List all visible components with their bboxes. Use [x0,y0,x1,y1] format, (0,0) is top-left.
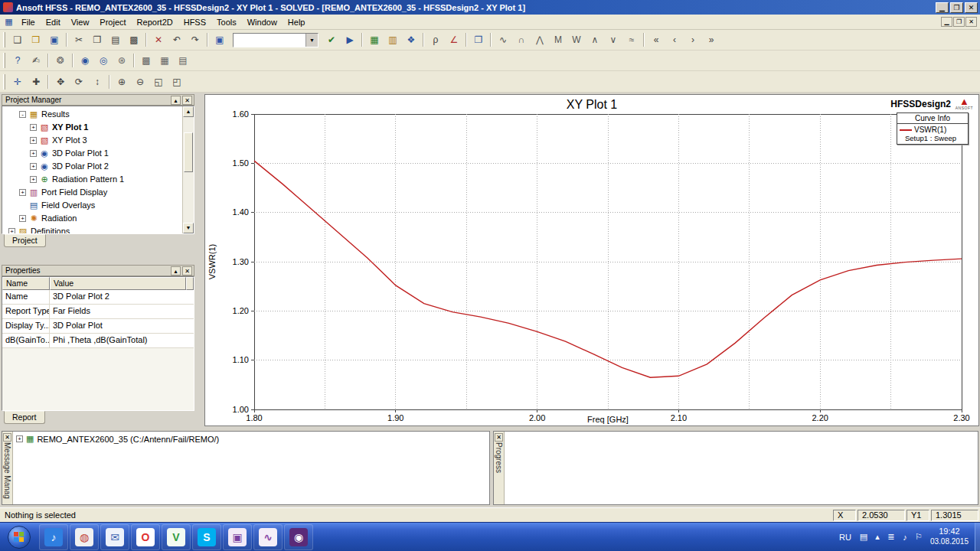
message-tree-item[interactable]: + ▦ REMO_ANTEX2600_35 (C:/Antenn/Fail/RE… [13,432,489,446]
chevron-down-icon[interactable]: ▼ [305,34,318,47]
tree-item-definitions[interactable]: +▨Definitions [2,225,194,234]
menu-item-edit[interactable]: Edit [41,15,66,30]
wave-down-icon[interactable]: ∨ [605,32,622,47]
zoom-out-icon[interactable]: ⊖ [132,74,149,90]
expand-icon[interactable]: + [30,150,37,157]
select-object-icon[interactable]: ▣ [211,32,228,47]
zoom-in-icon[interactable]: ⊕ [113,74,130,90]
property-value[interactable]: 3D Polar Plot [50,319,194,333]
fit-all-icon[interactable]: ◱ [150,74,167,90]
delete-icon[interactable]: ✕ [150,32,167,47]
column-header-name[interactable]: Name [2,277,50,290]
wave-arc-icon[interactable]: ∩ [513,32,530,47]
coordinate-axes-icon[interactable]: ✛ [9,74,26,90]
next-frame-icon[interactable]: › [684,32,701,47]
property-row[interactable]: Name3D Polar Plot 2 [2,290,194,305]
tree-item-results[interactable]: -▦Results [2,108,194,121]
print-icon[interactable]: ▩ [126,32,142,47]
action-center-flag-icon[interactable]: ⚐ [913,532,924,542]
new-icon[interactable]: ❑ [9,32,26,47]
validate-icon[interactable]: ✔ [323,32,340,47]
ansoft-designer-icon[interactable]: ◉ [284,524,313,550]
sine-sweep-icon[interactable]: ∿ [495,32,511,47]
close-button[interactable]: ✕ [965,2,978,13]
expand-icon[interactable]: + [16,435,23,442]
volume-icon[interactable]: ♪ [900,533,910,542]
mail-icon[interactable]: ✉ [100,524,129,550]
copy-report-icon[interactable]: ❐ [470,32,487,47]
curve-info-legend[interactable]: Curve Info VSWR(1) Setup1 : Sweep [897,112,969,145]
scroll-up-icon[interactable]: ▲ [183,106,194,117]
property-row[interactable]: Report TypeFar Fields [2,305,194,319]
pin-icon[interactable]: ▴ [171,266,181,276]
child-window-icon[interactable]: ▦ [3,17,15,27]
wave-peak-icon[interactable]: ⋀ [531,32,548,47]
open-folder-icon[interactable]: ❒ [28,32,44,47]
browser-icon[interactable]: ◍ [70,524,99,550]
undo-icon[interactable]: ↶ [168,32,185,47]
wave-multi-icon[interactable]: ≈ [623,32,640,47]
dynamic-zoom-icon[interactable]: ↕ [89,74,106,90]
wave-w-icon[interactable]: W [568,32,585,47]
copy-icon[interactable]: ❐ [89,32,106,47]
mesh-volume-icon[interactable]: ▤ [175,53,191,68]
clock[interactable]: 19:42 03.08.2015 [926,527,975,546]
xy-plot-canvas[interactable]: 1.801.902.002.102.202.301.001.101.201.30… [205,95,978,425]
menu-item-help[interactable]: Help [283,15,311,30]
property-value[interactable]: Far Fields [50,305,194,318]
world-cs-icon[interactable]: ✚ [28,74,44,90]
fields-icon[interactable]: ❖ [403,32,420,47]
tree-item-3d-polar-plot-1[interactable]: +◉3D Polar Plot 1 [2,147,194,160]
network-icon[interactable]: ≣ [886,532,897,542]
redo-icon[interactable]: ↷ [187,32,204,47]
show-desktop-button[interactable] [975,523,980,551]
toolbar-grip[interactable] [3,32,5,47]
menu-item-view[interactable]: View [66,15,95,30]
optimetrics-icon[interactable]: ▦ [366,32,383,47]
pin-icon[interactable]: ▴ [171,96,181,105]
close-icon[interactable]: ✕ [3,433,11,442]
menu-item-window[interactable]: Window [242,15,283,30]
cut-icon[interactable]: ✂ [70,32,87,47]
trace-marker-icon[interactable]: ∠ [446,32,462,47]
skype-icon[interactable]: S [192,524,221,550]
child-close-button[interactable]: ✕ [965,17,977,27]
mesh-surface-icon[interactable]: ▦ [156,53,173,68]
prev-frame-icon[interactable]: ‹ [666,32,683,47]
expand-icon[interactable]: + [30,176,37,183]
pan-icon[interactable]: ✥ [52,74,69,90]
volume-mixer-icon[interactable]: ♪ [39,524,68,550]
tree-item-xy-plot-3[interactable]: +▧XY Plot 3 [2,134,194,147]
tree-item-radiation[interactable]: +✺Radiation [2,212,194,225]
hidden-icons-chevron[interactable]: ▴ [872,532,883,542]
tab-project[interactable]: Project [4,234,46,247]
app-icon[interactable] [3,2,13,12]
context-help-icon[interactable]: ✍ [28,53,44,68]
toolbar-grip[interactable] [3,74,5,90]
results-icon[interactable]: ▥ [384,32,401,47]
green-app-icon[interactable]: V [162,524,191,550]
minimize-button[interactable]: ▁ [936,2,949,13]
scrollbar-thumb[interactable] [184,132,193,172]
solution-combo-value[interactable] [234,34,305,47]
child-minimize-button[interactable]: ▁ [941,17,952,27]
signature-app-icon[interactable]: ∿ [253,524,283,550]
property-value[interactable]: Phi ,Theta ,dB(GainTotal) [50,334,194,347]
tree-scrollbar[interactable]: ▲ ▼ [182,106,194,233]
tree-item-3d-polar-plot-2[interactable]: +◉3D Polar Plot 2 [2,160,194,173]
expand-icon[interactable]: + [30,163,37,170]
expand-icon[interactable]: + [19,189,26,196]
start-button[interactable] [6,524,32,550]
fit-selection-icon[interactable]: ◰ [168,74,185,90]
wave-up-icon[interactable]: ∧ [586,32,603,47]
toolbar-grip[interactable] [3,53,5,68]
save-tool-icon[interactable]: ▣ [223,524,252,550]
vswr-curve[interactable] [254,161,962,377]
wave-m-icon[interactable]: M [550,32,567,47]
tree-item-port-field-display[interactable]: +▥Port Field Display [2,186,194,199]
expand-icon[interactable]: + [19,215,26,222]
near-field-sphere-icon[interactable]: ◎ [95,53,112,68]
mesh-sphere-icon[interactable]: ⊛ [113,53,130,68]
property-value[interactable]: 3D Polar Plot 2 [50,290,194,304]
close-icon[interactable]: ✕ [182,96,192,105]
